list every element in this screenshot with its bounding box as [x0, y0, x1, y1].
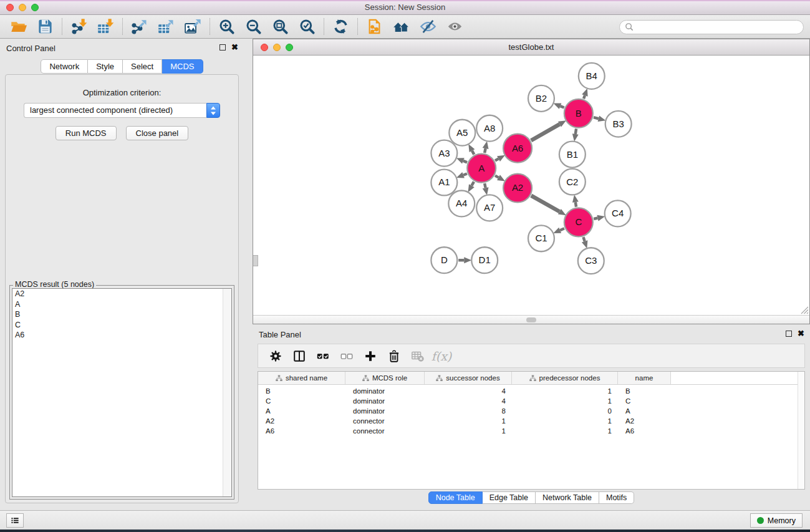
- import-network-button[interactable]: [65, 17, 92, 37]
- table-row-b[interactable]: Bdominator41B: [258, 386, 804, 396]
- tab-network[interactable]: Network: [41, 59, 88, 74]
- edge-B-B2[interactable]: [561, 106, 564, 107]
- cell-predecessor-nodes[interactable]: 1: [512, 397, 618, 405]
- node-C3[interactable]: C3: [578, 248, 604, 274]
- cell-shared-name[interactable]: A6: [258, 427, 345, 435]
- edge-A-A3[interactable]: [463, 161, 467, 162]
- delete-row-button[interactable]: [382, 347, 406, 365]
- cell-shared-name[interactable]: C: [258, 397, 345, 405]
- node-A7[interactable]: A7: [476, 195, 503, 221]
- run-mcds-button[interactable]: Run MCDS: [55, 126, 117, 140]
- node-A2[interactable]: A2: [503, 174, 532, 203]
- node-B1[interactable]: B1: [559, 142, 586, 168]
- first-neighbors-button[interactable]: [388, 17, 415, 37]
- cell-name[interactable]: B: [618, 387, 671, 395]
- edge-B-B1[interactable]: [576, 128, 576, 134]
- edge-B-B4[interactable]: [584, 95, 585, 99]
- close-table-panel-icon[interactable]: ✖: [798, 330, 804, 337]
- edge-B-B3[interactable]: [594, 117, 599, 118]
- result-list-scrollbar[interactable]: [223, 289, 231, 496]
- tab-select[interactable]: Select: [123, 59, 162, 74]
- column-header-predecessor-nodes[interactable]: predecessor nodes: [512, 372, 618, 384]
- edge-A-A2[interactable]: [495, 176, 498, 178]
- edge-A-A5[interactable]: [472, 151, 474, 155]
- node-A5[interactable]: A5: [449, 120, 475, 146]
- edge-A-A8[interactable]: [485, 148, 485, 153]
- edge-A-A6[interactable]: [495, 159, 498, 161]
- export-table-button[interactable]: [153, 17, 180, 37]
- cell-name[interactable]: A2: [618, 417, 671, 425]
- cell-name[interactable]: A6: [618, 427, 671, 435]
- network-graph[interactable]: B4B2BB3A8A5A6A3B1AC2A1A2A4A7C4CC1C3DD1: [253, 56, 809, 315]
- close-panel-icon[interactable]: ✖: [231, 44, 238, 51]
- show-panels-button[interactable]: [6, 513, 24, 528]
- hide-selected-button[interactable]: [415, 17, 441, 37]
- edge-C-C3[interactable]: [583, 237, 584, 241]
- table-row-c[interactable]: Cdominator41C: [258, 396, 804, 406]
- cell-mcds-role[interactable]: connector: [345, 427, 425, 435]
- table-row-a2[interactable]: A2connector11A2: [258, 416, 804, 426]
- table-row-a[interactable]: Adominator80A: [258, 406, 804, 416]
- cell-mcds-role[interactable]: dominator: [345, 387, 425, 395]
- cell-shared-name[interactable]: A2: [258, 417, 345, 425]
- network-minimize-button[interactable]: [273, 44, 281, 51]
- edge-A-A1[interactable]: [463, 173, 467, 175]
- save-button[interactable]: [32, 17, 59, 37]
- add-row-button[interactable]: [359, 347, 382, 365]
- network-zoom-button[interactable]: [286, 44, 293, 51]
- open-button[interactable]: [5, 17, 32, 37]
- node-B4[interactable]: B4: [579, 63, 605, 89]
- node-C1[interactable]: C1: [528, 225, 554, 251]
- show-all-button[interactable]: [441, 17, 468, 37]
- cell-predecessor-nodes[interactable]: 1: [512, 427, 618, 435]
- edge-A-A7[interactable]: [485, 183, 485, 188]
- table-tab-motifs[interactable]: Motifs: [599, 491, 634, 504]
- network-canvas[interactable]: B4B2BB3A8A5A6A3B1AC2A1A2A4A7C4CC1C3DD1: [253, 56, 809, 315]
- cell-predecessor-nodes[interactable]: 0: [512, 407, 618, 415]
- node-D1[interactable]: D1: [471, 247, 498, 273]
- cell-mcds-role[interactable]: dominator: [345, 397, 425, 405]
- edge-A6-B[interactable]: [531, 124, 560, 140]
- node-A1[interactable]: A1: [431, 170, 457, 196]
- delete-table-button[interactable]: [406, 347, 430, 365]
- columns-button[interactable]: [287, 347, 311, 365]
- node-C2[interactable]: C2: [559, 169, 586, 195]
- function-builder-button[interactable]: f(x): [430, 347, 453, 365]
- search-box[interactable]: [619, 20, 804, 34]
- node-A3[interactable]: A3: [431, 140, 457, 167]
- cell-name[interactable]: C: [618, 397, 671, 405]
- table-row-a6[interactable]: A6connector11A6: [258, 426, 804, 436]
- deselect-all-button[interactable]: [335, 347, 359, 365]
- network-horizontal-scrollbar[interactable]: [253, 315, 809, 324]
- criterion-dropdown[interactable]: largest connected component (directed): [24, 103, 206, 118]
- memory-button[interactable]: Memory: [750, 513, 803, 528]
- edge-A-A4[interactable]: [471, 181, 474, 185]
- network-window-titlebar[interactable]: testGlobe.txt: [253, 39, 809, 56]
- cell-shared-name[interactable]: A: [258, 407, 345, 415]
- gear-button[interactable]: [264, 347, 287, 365]
- cell-shared-name[interactable]: B: [258, 387, 345, 395]
- node-B2[interactable]: B2: [528, 85, 554, 112]
- cell-successor-nodes[interactable]: 8: [425, 407, 512, 415]
- node-C4[interactable]: C4: [605, 200, 631, 226]
- float-panel-icon[interactable]: [219, 44, 226, 51]
- zoom-window-button[interactable]: [31, 4, 39, 11]
- edge-A2-C[interactable]: [531, 196, 560, 212]
- close-window-button[interactable]: [6, 4, 14, 11]
- zoom-fit-button[interactable]: [267, 17, 294, 37]
- zoom-out-button[interactable]: [240, 17, 267, 37]
- edge-C-C2[interactable]: [576, 202, 576, 207]
- table-tab-node-table[interactable]: Node Table: [428, 491, 483, 504]
- zoom-in-button[interactable]: [213, 17, 240, 37]
- cell-successor-nodes[interactable]: 4: [425, 397, 512, 405]
- network-horizontal-scrollbar-thumb[interactable]: [526, 317, 536, 322]
- cell-successor-nodes[interactable]: 1: [425, 427, 512, 435]
- select-all-button[interactable]: [311, 347, 335, 365]
- table-tab-network-table[interactable]: Network Table: [536, 491, 599, 504]
- column-header-shared-name[interactable]: shared name: [258, 372, 345, 384]
- table-tab-edge-table[interactable]: Edge Table: [483, 491, 536, 504]
- column-header-mcds-role[interactable]: MCDS role: [345, 372, 425, 384]
- cell-predecessor-nodes[interactable]: 1: [512, 387, 618, 395]
- refresh-button[interactable]: [327, 17, 354, 37]
- cell-mcds-role[interactable]: connector: [345, 417, 425, 425]
